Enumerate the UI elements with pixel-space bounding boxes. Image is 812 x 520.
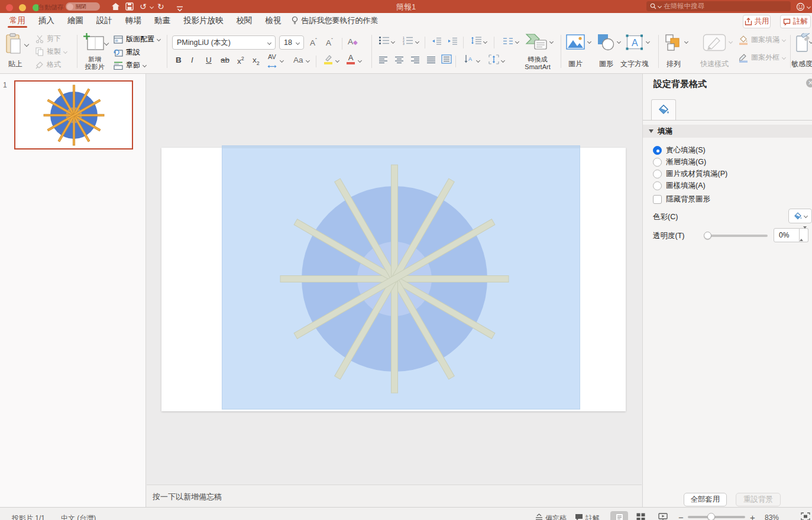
zoom-level[interactable]: 83%: [765, 514, 779, 520]
bullets-button[interactable]: [378, 36, 390, 47]
language-status[interactable]: 中文 (台灣): [61, 514, 96, 520]
layout-button[interactable]: 版面配置: [114, 34, 160, 44]
tell-me-box[interactable]: 告訴我您要執行的作業: [292, 13, 378, 28]
search-input[interactable]: 在簡報中搜尋: [646, 1, 791, 11]
change-case-button[interactable]: Aa: [293, 56, 303, 64]
home-icon[interactable]: [111, 2, 120, 13]
slide-canvas[interactable]: [147, 74, 642, 485]
paste-chevron-icon[interactable]: [24, 42, 29, 47]
text-direction-button[interactable]: A: [464, 54, 473, 67]
tab-view[interactable]: 檢視: [259, 13, 288, 28]
comments-toggle-label[interactable]: 註解: [585, 514, 600, 520]
bold-button[interactable]: B: [176, 56, 182, 64]
arrange-chevron-icon[interactable]: [684, 40, 688, 44]
picture-chevron-icon[interactable]: [587, 40, 591, 44]
increase-indent-button[interactable]: [448, 37, 458, 47]
vertical-align-chevron-icon[interactable]: [501, 58, 505, 63]
font-color-chevron-icon[interactable]: [358, 58, 362, 63]
fill-option-pattern[interactable]: 圖樣填滿(A): [653, 181, 706, 191]
feedback-smiley-icon[interactable]: [796, 2, 805, 14]
shapes-button[interactable]: [597, 34, 615, 53]
bullets-chevron-icon[interactable]: [391, 40, 395, 44]
zoom-slider-thumb[interactable]: [707, 513, 715, 520]
textbox-button[interactable]: A: [626, 34, 643, 53]
autosave-toggle[interactable]: 關閉: [66, 2, 100, 11]
align-center-button[interactable]: [394, 56, 404, 66]
minimize-window-button[interactable]: [19, 4, 26, 11]
spacing-chevron-icon[interactable]: [280, 58, 284, 63]
columns-button[interactable]: [503, 37, 513, 47]
character-spacing-button[interactable]: AV: [267, 54, 277, 71]
columns-chevron-icon[interactable]: [515, 40, 519, 44]
highlight-color-button[interactable]: [323, 54, 334, 67]
slideshow-view-icon[interactable]: [658, 513, 668, 520]
radio-gradient-fill[interactable]: [653, 158, 662, 167]
new-slide-chevron-icon[interactable]: [104, 41, 109, 46]
hide-background-option[interactable]: 隱藏背景圖形: [653, 194, 710, 204]
shape-fill-button[interactable]: 圖案填滿: [738, 35, 785, 45]
undo-chevron-icon[interactable]: [150, 5, 154, 9]
tab-insert[interactable]: 插入: [32, 13, 61, 28]
text-direction-chevron-icon[interactable]: [476, 58, 480, 63]
numbering-chevron-icon[interactable]: [415, 40, 419, 44]
distribute-text-button[interactable]: [441, 54, 452, 66]
zoom-slider-track[interactable]: [688, 516, 745, 518]
vertical-align-button[interactable]: [489, 54, 499, 67]
notes-placeholder[interactable]: 按一下以新增備忘稿: [153, 492, 222, 502]
shape-outline-button[interactable]: 圖案外框: [738, 53, 785, 63]
tab-draw[interactable]: 繪圖: [61, 13, 90, 28]
highlight-chevron-icon[interactable]: [335, 58, 339, 63]
zoom-out-button[interactable]: −: [678, 512, 684, 520]
undo-icon[interactable]: ↺: [140, 0, 147, 13]
close-window-button[interactable]: [6, 4, 13, 11]
arrange-button[interactable]: [665, 34, 682, 54]
section-button[interactable]: 章節: [114, 60, 146, 70]
transparency-stepper[interactable]: [800, 228, 808, 242]
notes-toggle-label[interactable]: 備忘稿: [545, 514, 567, 520]
cut-button[interactable]: 剪下: [35, 34, 61, 44]
format-painter-button[interactable]: 格式: [35, 60, 61, 70]
decrease-font-size-button[interactable]: Aˇ: [326, 37, 333, 47]
shapes-chevron-icon[interactable]: [617, 40, 621, 44]
fill-option-gradient[interactable]: 漸層填滿(G): [653, 157, 706, 167]
share-button[interactable]: 共用: [743, 15, 771, 28]
tab-home[interactable]: 常用: [3, 13, 32, 28]
sensitivity-button[interactable]: [796, 33, 811, 54]
background-preview-overlay[interactable]: [222, 145, 580, 410]
copy-button[interactable]: 複製: [35, 47, 67, 57]
tab-transitions[interactable]: 轉場: [119, 13, 148, 28]
strikethrough-button[interactable]: ab: [221, 56, 229, 64]
transparency-slider-track[interactable]: [705, 235, 768, 237]
smiley-chevron-icon[interactable]: [807, 5, 811, 9]
increase-font-size-button[interactable]: Aˆ: [310, 37, 317, 47]
slide-sorter-view-icon[interactable]: [636, 513, 645, 520]
fill-option-picture[interactable]: 圖片或材質填滿(P): [653, 169, 727, 179]
case-chevron-icon[interactable]: [306, 58, 310, 63]
picture-button[interactable]: [566, 34, 585, 52]
fill-tab[interactable]: [651, 99, 676, 120]
numbering-button[interactable]: 123: [402, 36, 413, 47]
notes-toggle-icon[interactable]: [535, 513, 543, 520]
fill-section-header[interactable]: 填滿: [643, 125, 812, 138]
superscript-button[interactable]: x2: [237, 56, 244, 66]
textbox-chevron-icon[interactable]: [646, 40, 650, 44]
reset-background-button[interactable]: 重設背景: [736, 493, 781, 506]
fit-slide-to-window-icon[interactable]: [801, 512, 810, 520]
color-picker-button[interactable]: [788, 209, 812, 223]
tab-design[interactable]: 設計: [90, 13, 119, 28]
save-icon[interactable]: [125, 2, 134, 13]
smartart-chevron-icon[interactable]: [549, 40, 554, 44]
radio-solid-fill[interactable]: [653, 146, 662, 155]
clear-formatting-button[interactable]: A◆: [348, 37, 358, 46]
redo-icon[interactable]: ↻: [157, 0, 164, 13]
font-color-button[interactable]: A: [347, 54, 355, 64]
align-right-button[interactable]: [410, 56, 420, 66]
decrease-indent-button[interactable]: [432, 37, 442, 47]
italic-button[interactable]: I: [191, 56, 193, 64]
comments-button[interactable]: 註解: [780, 15, 811, 28]
quick-styles-button[interactable]: [703, 34, 726, 54]
panel-close-icon[interactable]: ✕: [806, 79, 812, 87]
subscript-button[interactable]: x2: [253, 56, 260, 66]
new-slide-button[interactable]: [83, 33, 104, 54]
notes-pane[interactable]: 按一下以新增備忘稿: [147, 485, 642, 507]
